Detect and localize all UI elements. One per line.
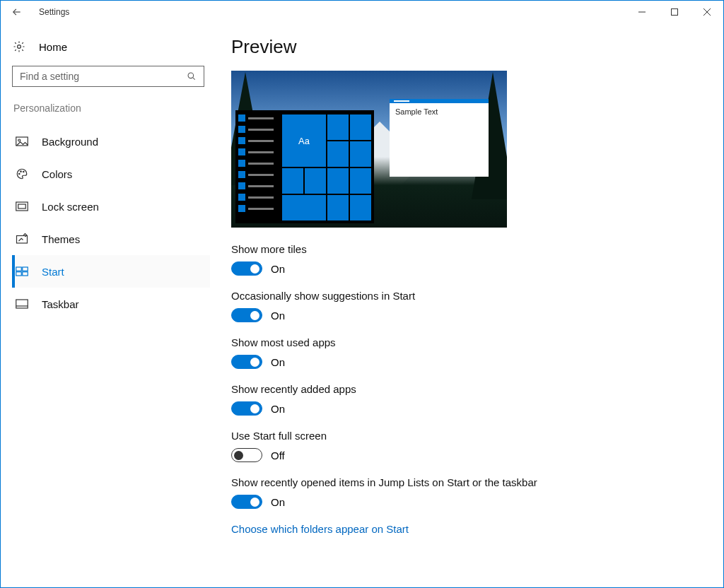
setting-recently-added: Show recently added apps On [231, 383, 709, 416]
setting-most-used: Show most used apps On [231, 336, 709, 369]
setting-jump-lists: Show recently opened items in Jump Lists… [231, 476, 709, 509]
search-icon [185, 71, 198, 81]
setting-full-screen: Use Start full screen Off [231, 430, 709, 462]
sidebar-home[interactable]: Home [12, 40, 210, 53]
close-button[interactable] [691, 1, 723, 23]
sidebar-item-themes[interactable]: Themes [12, 223, 210, 255]
toggle-show-more-tiles[interactable] [231, 261, 262, 276]
sidebar-item-start[interactable]: Start [12, 255, 210, 288]
svg-rect-2 [672, 9, 678, 16]
maximize-button[interactable] [658, 1, 691, 23]
toggle-state: On [271, 403, 285, 415]
svg-point-5 [18, 45, 21, 49]
preview-sample-text: Sample Text [390, 103, 489, 120]
back-button[interactable] [1, 1, 33, 23]
svg-point-11 [21, 171, 22, 172]
setting-label: Use Start full screen [231, 430, 709, 442]
toggle-state: On [271, 496, 285, 508]
sidebar-item-lockscreen[interactable]: Lock screen [12, 190, 210, 223]
sidebar-item-label: Lock screen [42, 201, 99, 213]
setting-label: Show recently opened items in Jump Lists… [231, 476, 709, 488]
setting-label: Show more tiles [231, 243, 709, 255]
start-preview-image: Aa Sample Text [231, 71, 507, 228]
sidebar-nav: Background Colors [12, 125, 210, 320]
svg-rect-20 [16, 300, 28, 308]
pencil-icon [15, 233, 29, 245]
sidebar-item-label: Themes [42, 233, 80, 245]
start-icon [15, 266, 29, 276]
svg-point-9 [18, 139, 21, 141]
link-choose-folders[interactable]: Choose which folders appear on Start [231, 523, 709, 535]
preview-start-menu: Aa [235, 110, 374, 223]
sidebar-item-colors[interactable]: Colors [12, 158, 210, 190]
setting-show-more-tiles: Show more tiles On [231, 243, 709, 276]
minimize-button[interactable] [626, 1, 658, 23]
toggle-state: On [271, 263, 285, 275]
toggle-full-screen[interactable] [231, 448, 262, 462]
sidebar-item-label: Taskbar [42, 298, 79, 310]
search-input[interactable] [18, 70, 185, 83]
page-heading: Preview [231, 36, 709, 58]
setting-label: Show most used apps [231, 336, 709, 348]
toggle-state: Off [271, 449, 285, 461]
frame-icon [15, 201, 29, 211]
toggle-recently-added[interactable] [231, 401, 262, 416]
svg-point-6 [188, 73, 194, 78]
palette-icon [15, 167, 29, 180]
sidebar-item-label: Start [42, 266, 64, 278]
sidebar-item-label: Background [42, 136, 98, 148]
preview-tile-aa: Aa [282, 114, 326, 167]
svg-point-10 [19, 173, 21, 175]
window-title: Settings [33, 7, 69, 17]
taskbar-icon [15, 299, 29, 309]
svg-rect-16 [16, 267, 22, 271]
setting-label: Show recently added apps [231, 383, 709, 395]
toggle-most-used[interactable] [231, 355, 262, 369]
svg-point-12 [23, 171, 25, 172]
svg-line-7 [193, 78, 195, 80]
sidebar-home-label: Home [39, 41, 67, 53]
sidebar-item-taskbar[interactable]: Taskbar [12, 288, 210, 320]
search-box[interactable] [12, 66, 204, 87]
sidebar-item-label: Colors [42, 168, 72, 180]
image-icon [15, 136, 29, 146]
toggle-jump-lists[interactable] [231, 495, 262, 509]
titlebar: Settings [1, 1, 723, 23]
sidebar: Home Personalization [1, 23, 213, 587]
main-content: Preview [213, 23, 723, 587]
setting-label: Occasionally show suggestions in Start [231, 290, 709, 302]
settings-window: Settings Home [0, 0, 724, 588]
svg-rect-19 [23, 272, 28, 276]
svg-rect-18 [16, 272, 22, 276]
toggle-state: On [271, 356, 285, 368]
toggle-state: On [271, 310, 285, 322]
gear-icon [12, 40, 26, 53]
sidebar-item-background[interactable]: Background [12, 125, 210, 158]
sidebar-category: Personalization [13, 102, 210, 114]
setting-show-suggestions: Occasionally show suggestions in Start O… [231, 290, 709, 322]
toggle-show-suggestions[interactable] [231, 308, 262, 322]
preview-sample-window: Sample Text [390, 99, 489, 177]
svg-rect-17 [23, 267, 28, 271]
svg-rect-14 [18, 204, 26, 208]
